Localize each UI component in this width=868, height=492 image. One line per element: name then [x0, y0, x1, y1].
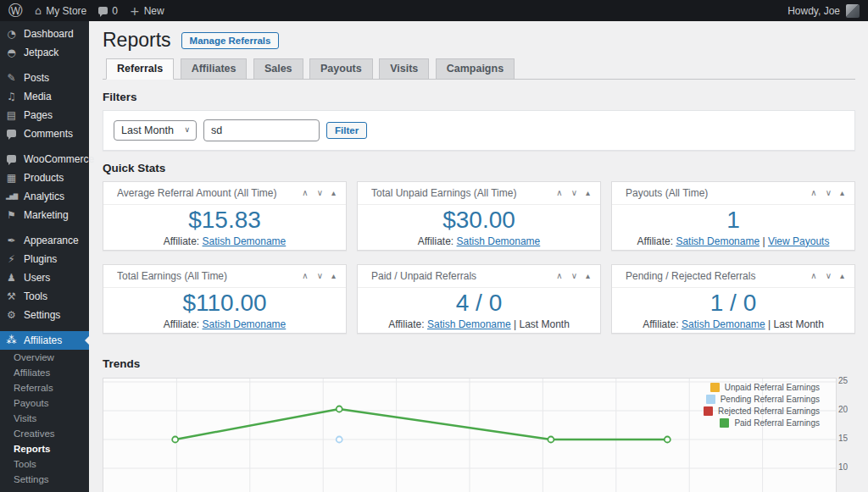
affiliate-link[interactable]: Satish Demoname: [427, 318, 511, 330]
main-content: Reports Manage Referrals Referrals Affil…: [89, 21, 868, 492]
affiliate-link[interactable]: Satish Demoname: [457, 235, 541, 247]
collapse-icon[interactable]: ▴: [586, 272, 590, 280]
stat-value: 1: [612, 207, 854, 234]
tab-affiliates[interactable]: Affiliates: [181, 58, 248, 80]
collapse-icon[interactable]: ▴: [840, 189, 844, 197]
sidebar-item-affiliates[interactable]: ⁂ Affiliates: [0, 331, 89, 350]
analytics-bars-icon: ▂▅▇: [5, 193, 18, 200]
quick-stats-grid: Average Referral Amount (All Time) ∧ ∨ ▴…: [103, 181, 855, 334]
move-up-icon[interactable]: ∧: [302, 272, 308, 280]
comments-bar-link[interactable]: 0: [98, 5, 118, 17]
y-axis-tick: 25: [838, 376, 855, 385]
sidebar-item-settings[interactable]: ⚙ Settings: [0, 306, 89, 324]
stat-card-average-referral: Average Referral Amount (All Time) ∧ ∨ ▴…: [103, 181, 347, 251]
collapse-icon[interactable]: ▴: [331, 189, 336, 197]
period-select[interactable]: Last Month: [114, 120, 197, 141]
move-down-icon[interactable]: ∨: [571, 272, 577, 280]
sidebar-item-woocommerce[interactable]: WooCommerce: [0, 150, 89, 169]
legend-item-paid[interactable]: Paid Referral Earnings: [704, 418, 820, 428]
wordpress-logo-icon[interactable]: Ⓦ: [8, 3, 23, 18]
filters-panel: Last Month ∨ Filter: [103, 110, 855, 151]
tab-sales[interactable]: Sales: [253, 58, 303, 80]
submenu-item-visits[interactable]: Visits: [0, 411, 89, 426]
tab-referrals[interactable]: Referrals: [106, 58, 174, 80]
quick-stats-heading: Quick Stats: [103, 162, 855, 174]
plugins-icon: ⚡: [5, 253, 18, 265]
collapse-icon[interactable]: ▴: [840, 272, 844, 280]
affiliate-link[interactable]: Satish Demoname: [203, 235, 287, 247]
affiliates-network-icon: ⁂: [5, 334, 18, 346]
stat-value: $15.83: [103, 207, 346, 234]
submenu-item-tools[interactable]: Tools: [0, 456, 89, 472]
legend-item-pending[interactable]: Pending Referral Earnings: [704, 395, 820, 404]
comment-bubble-icon: [98, 7, 108, 14]
stat-value: $110.00: [103, 290, 346, 317]
woocommerce-icon: [7, 155, 16, 163]
tab-payouts[interactable]: Payouts: [309, 58, 373, 80]
move-down-icon[interactable]: ∨: [317, 272, 323, 280]
filters-heading: Filters: [103, 91, 855, 103]
move-down-icon[interactable]: ∨: [826, 189, 832, 197]
y-axis-tick: 15: [838, 434, 855, 443]
sidebar-item-jetpack[interactable]: ◓ Jetpack: [0, 43, 89, 62]
move-down-icon[interactable]: ∨: [826, 272, 832, 280]
page-title: Reports: [103, 29, 171, 52]
stat-value: $30.00: [358, 207, 600, 234]
filter-button[interactable]: Filter: [326, 122, 367, 139]
move-up-icon[interactable]: ∧: [556, 272, 562, 280]
account-menu[interactable]: Howdy, Joe: [787, 4, 860, 18]
admin-sidebar: ◔ Dashboard ◓ Jetpack ✎ Posts ♫ Media ▤ …: [0, 21, 89, 492]
howdy-label: Howdy, Joe: [787, 5, 840, 17]
legend-item-rejected[interactable]: Rejected Referral Earnings: [704, 406, 820, 416]
new-label: New: [144, 5, 164, 17]
move-up-icon[interactable]: ∧: [810, 189, 816, 197]
move-up-icon[interactable]: ∧: [810, 272, 816, 280]
stat-value: 1 / 0: [612, 290, 854, 317]
users-icon: ♟: [5, 272, 18, 284]
submenu-item-overview[interactable]: Overview: [0, 350, 89, 365]
sidebar-item-products[interactable]: ▦ Products: [0, 169, 89, 187]
new-content-link[interactable]: + New: [130, 5, 164, 17]
sidebar-item-pages[interactable]: ▤ Pages: [0, 106, 89, 124]
tab-campaigns[interactable]: Campaigns: [436, 58, 515, 80]
submenu-item-payouts[interactable]: Payouts: [0, 395, 89, 411]
rejected-swatch-icon: [704, 406, 713, 416]
trends-heading: Trends: [103, 357, 855, 370]
move-up-icon[interactable]: ∧: [556, 189, 562, 197]
sidebar-item-marketing[interactable]: ⚑ Marketing: [0, 206, 89, 224]
affiliate-link[interactable]: Satish Demoname: [682, 318, 765, 330]
tab-visits[interactable]: Visits: [379, 58, 429, 80]
sidebar-item-analytics[interactable]: ▂▅▇ Analytics: [0, 187, 89, 206]
collapse-icon[interactable]: ▴: [586, 189, 590, 197]
view-payouts-link[interactable]: View Payouts: [768, 235, 830, 247]
manage-referrals-button[interactable]: Manage Referrals: [181, 32, 280, 49]
affiliate-link[interactable]: Satish Demoname: [676, 235, 760, 247]
collapse-icon[interactable]: ▴: [331, 272, 336, 280]
stat-card-total-unpaid: Total Unpaid Earnings (All Time) ∧ ∨ ▴ $…: [357, 181, 601, 251]
stat-card-total-earnings: Total Earnings (All Time) ∧ ∨ ▴ $110.00 …: [103, 264, 347, 334]
sidebar-item-appearance[interactable]: ✒ Appearance: [0, 231, 89, 250]
affiliate-search-input[interactable]: [203, 119, 320, 141]
trends-chart: Unpaid Referral Earnings Pending Referra…: [103, 378, 855, 492]
appearance-brush-icon: ✒: [5, 235, 18, 246]
submenu-item-referrals[interactable]: Referrals: [0, 380, 89, 395]
submenu-item-settings[interactable]: Settings: [0, 472, 89, 487]
submenu-item-reports[interactable]: Reports: [0, 441, 89, 456]
sidebar-item-plugins[interactable]: ⚡ Plugins: [0, 250, 89, 268]
active-menu-arrow: [81, 336, 89, 345]
move-down-icon[interactable]: ∨: [571, 189, 577, 197]
site-name-link[interactable]: ⌂ My Store: [35, 4, 86, 17]
submenu-item-affiliates[interactable]: Affiliates: [0, 365, 89, 380]
sidebar-item-posts[interactable]: ✎ Posts: [0, 69, 89, 87]
sidebar-item-comments[interactable]: Comments: [0, 124, 89, 143]
sidebar-item-dashboard[interactable]: ◔ Dashboard: [0, 25, 89, 43]
comment-count: 0: [112, 5, 118, 17]
sidebar-item-users[interactable]: ♟ Users: [0, 268, 89, 287]
submenu-item-creatives[interactable]: Creatives: [0, 426, 89, 441]
sidebar-item-media[interactable]: ♫ Media: [0, 87, 89, 106]
move-down-icon[interactable]: ∨: [317, 189, 323, 197]
affiliate-link[interactable]: Satish Demoname: [203, 318, 287, 330]
sidebar-item-tools[interactable]: ⚒ Tools: [0, 287, 89, 306]
legend-item-unpaid[interactable]: Unpaid Referral Earnings: [704, 383, 820, 392]
move-up-icon[interactable]: ∧: [302, 189, 308, 197]
